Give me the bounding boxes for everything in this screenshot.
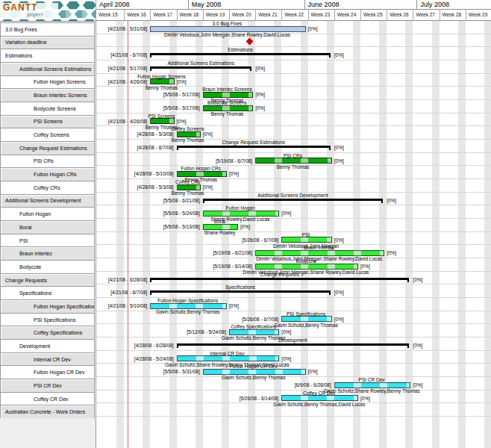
bar-progress-psi-crs: [0%]: [334, 158, 344, 164]
task-row-psi[interactable]: PSI: [0, 234, 95, 248]
bar-progress-additional-screens-development: [0%]: [387, 198, 396, 203]
bar-progress-bodycote-screens: [0%]: [255, 105, 265, 111]
task-row-coffey-specifications[interactable]: Coffey Specifications: [0, 326, 95, 340]
bar-progress-coffey-crs: [0%]: [203, 184, 213, 190]
app-logo: GANTT project: [0, 0, 96, 22]
bar-progress-development: [0%]: [413, 343, 422, 348]
summary-hook-right: [407, 278, 409, 282]
month-header-july: July 2008: [416, 0, 491, 10]
bar-dates-psi-specifications: [5/26/08 - 6/7/08]: [166, 317, 278, 322]
task-row-boral[interactable]: Boral: [0, 220, 95, 234]
bar-label-coffey-specifications: Coffey Specifications: [164, 324, 343, 329]
bar-progress-bodycote: [0%]: [360, 264, 370, 269]
bar-label-bodycote: Bodycote: [216, 258, 395, 264]
bar-label-braun-intertec-screens: Braun Intertec Screens: [137, 87, 316, 92]
task-row-psi-crs[interactable]: PSI CRs: [0, 155, 95, 169]
bar-dates-bodycote-screens: [5/5/08 - 5/17/08]: [88, 105, 200, 111]
bar-progress-fulton-hogan-cr-dev: [0%]: [308, 369, 318, 374]
task-bar-fulton-hogan[interactable]: [203, 211, 280, 217]
logo-title: GANTT: [3, 2, 37, 13]
task-bar-bodycote[interactable]: [255, 264, 358, 270]
task-bar-internal-cr-dev[interactable]: [177, 355, 280, 361]
bar-dates-3-0-bug-fixes: [4/21/08 - 5/31/08]: [35, 26, 147, 31]
week-header-28: Week 28: [440, 10, 466, 21]
bar-progress-fulton-hogan-crs: [0%]: [229, 171, 239, 176]
logo-subtitle: project: [26, 12, 43, 18]
week-header-21: Week 21: [255, 10, 281, 21]
bar-dates-fulton-hogan: [5/5/08 - 5/24/08]: [88, 211, 200, 216]
summary-hook-left: [150, 290, 151, 295]
bar-progress-braun-intertec: [0%]: [387, 250, 396, 255]
summary-hook-left: [203, 199, 204, 203]
month-header-may: May 2008: [188, 0, 304, 10]
week-header-27: Week 27: [413, 10, 439, 21]
task-row-australian-concrete-work-orders[interactable]: Australian Concrete - Work Orders: [0, 405, 95, 419]
summary-bar-change-requests[interactable]: [150, 278, 409, 280]
summary-bar-estimations[interactable]: [150, 53, 330, 55]
task-bar-psi-screens[interactable]: [150, 118, 174, 124]
task-row-psi-cr-dev[interactable]: PSI CR Dev: [0, 379, 95, 393]
bar-dates-internal-cr-dev: [4/28/08 - 5/24/08]: [62, 356, 174, 361]
bar-label-psi-crs: PSI CRs: [203, 153, 382, 158]
summary-hook-right: [329, 290, 331, 295]
panel-divider: [96, 0, 96, 448]
summary-bar-change-request-estimations[interactable]: [177, 146, 331, 148]
bar-progress-fulton-hogan-screens: [0%]: [177, 79, 187, 84]
bar-label-psi: PSI: [216, 232, 395, 237]
task-row-variation-deadline[interactable]: Variation deadline: [0, 36, 95, 50]
task-bar-fulton-hogan-specifications[interactable]: [150, 303, 227, 309]
bar-progress-psi-specifications: [0%]: [334, 317, 344, 322]
task-row-coffey-cr-dev[interactable]: Coffey CR Dev: [0, 392, 95, 406]
week-header-19: Week 19: [203, 10, 229, 21]
task-row-additional-screens-development[interactable]: Additional Screens Development: [0, 194, 95, 208]
task-bar-bodycote-screens[interactable]: [203, 105, 253, 111]
task-row-fulton-hogan-cr-dev[interactable]: Fulton Hogan CR Dev: [0, 365, 95, 379]
bar-progress-internal-cr-dev: [0%]: [281, 356, 291, 361]
task-row-braun-intertec[interactable]: Braun Intertec: [0, 246, 95, 261]
bar-label-3-0-bug-fixes: 3.0 Bug Fixes: [137, 21, 316, 26]
summary-hook-right: [407, 343, 409, 348]
bar-dates-coffey-crs: [4/28/08 - 5/3/08]: [62, 184, 174, 190]
task-bar-psi-cr-dev[interactable]: [334, 382, 411, 388]
task-bar-coffey-specifications[interactable]: [229, 329, 279, 335]
bar-label-additional-screens-development: Additional Screens Development: [203, 193, 382, 198]
task-bar-3-0-bug-fixes[interactable]: [150, 26, 305, 32]
task-bar-fulton-hogan-screens[interactable]: [150, 78, 174, 84]
bar-label-psi-specifications: PSI Specifications: [216, 311, 395, 317]
summary-bar-specifications[interactable]: [150, 290, 330, 293]
bar-label-fulton-hogan: Fulton Hogan: [151, 205, 330, 211]
task-row-psi-specifications[interactable]: PSI Specifications: [0, 313, 95, 327]
week-header-17: Week 17: [150, 10, 176, 21]
task-row-bodycote[interactable]: Bodycote: [0, 260, 95, 274]
bar-dates-change-requests: [4/21/08 - 6/28/08]: [35, 277, 147, 282]
bar-dates-fulton-hogan-crs: [4/28/08 - 5/10/08]: [62, 171, 174, 176]
task-bar-psi[interactable]: [281, 237, 331, 243]
task-bar-fulton-hogan-cr-dev[interactable]: [203, 369, 306, 375]
bar-progress-coffey-cr-dev: [0%]: [360, 396, 370, 401]
bar-dates-fulton-hogan-cr-dev: [5/5/08 - 5/31/08]: [88, 369, 200, 374]
task-bar-boral[interactable]: [203, 224, 238, 230]
summary-bar-development[interactable]: [177, 343, 410, 346]
bar-dates-additional-screens-development: [5/5/08 - 6/21/08]: [88, 198, 200, 203]
bar-label-specifications: Specifications: [151, 284, 330, 290]
bar-dates-braun-intertec: [5/19/08 - 6/21/08]: [140, 250, 252, 255]
summary-bar-additional-screens-estimations[interactable]: [150, 66, 251, 69]
task-row-fulton-hogan[interactable]: Fulton Hogan: [0, 207, 95, 221]
bar-label-psi-screens: PSI Screens: [72, 113, 251, 119]
summary-hook-right: [329, 53, 331, 57]
bar-dates-change-request-estimations: [4/28/08 - 6/7/08]: [62, 145, 174, 150]
week-header-23: Week 23: [308, 10, 334, 21]
task-bar-psi-crs[interactable]: [255, 158, 332, 164]
task-bar-psi-specifications[interactable]: [281, 316, 331, 322]
task-bar-braun-intertec-screens[interactable]: [203, 92, 253, 98]
task-bar-coffey-screens[interactable]: [177, 131, 201, 137]
bar-progress-boral: [0%]: [240, 224, 250, 229]
task-bar-fulton-hogan-crs[interactable]: [177, 171, 227, 177]
task-bar-coffey-cr-dev[interactable]: [281, 395, 358, 401]
task-bar-coffey-crs[interactable]: [177, 184, 201, 190]
task-bar-braun-intertec[interactable]: [255, 250, 384, 256]
task-row-braun-intertec-screens[interactable]: Braun Intertec Screens: [0, 88, 95, 102]
summary-hook-right: [329, 146, 331, 150]
summary-bar-additional-screens-development[interactable]: [203, 199, 383, 201]
bar-progress-fulton-hogan-specifications: [0%]: [229, 303, 239, 308]
